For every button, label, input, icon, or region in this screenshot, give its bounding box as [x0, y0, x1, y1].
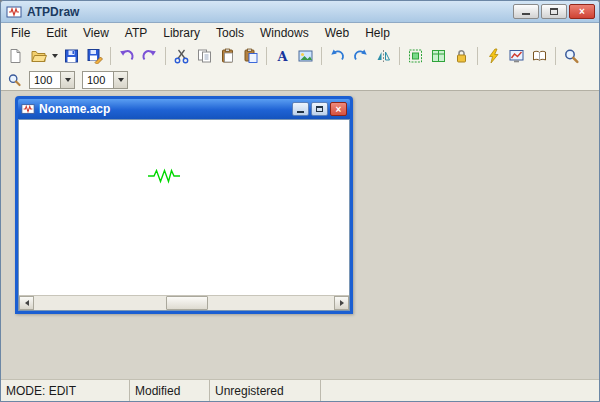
titlebar[interactable]: ATPDraw ×	[1, 1, 599, 23]
paste-button[interactable]	[216, 45, 239, 67]
menu-tools[interactable]: Tools	[208, 24, 252, 42]
document-icon	[21, 102, 35, 116]
redo-icon	[141, 48, 158, 64]
status-registration: Unregistered	[210, 380, 321, 401]
document-window-controls: ×	[292, 102, 347, 116]
toolbar-separator	[555, 47, 556, 65]
status-modified-text: Modified	[135, 384, 180, 398]
cut-button[interactable]	[170, 45, 193, 67]
save-as-button[interactable]	[83, 45, 106, 67]
duplicate-icon	[242, 48, 259, 64]
lock-button[interactable]	[450, 45, 473, 67]
open-folder-icon	[30, 48, 47, 64]
scrollbar-track[interactable]	[34, 296, 334, 310]
document-maximize-button[interactable]	[311, 102, 328, 116]
magnifier-icon	[7, 73, 22, 87]
menu-edit[interactable]: Edit	[38, 24, 75, 42]
toolbar-separator	[266, 47, 267, 65]
menu-view[interactable]: View	[75, 24, 117, 42]
scroll-right-button[interactable]	[334, 296, 349, 310]
toolbar-separator	[477, 47, 478, 65]
minimize-icon	[297, 110, 304, 113]
group-window-icon	[430, 48, 447, 64]
open-file-dropdown[interactable]	[50, 45, 60, 67]
close-icon: ×	[336, 104, 342, 115]
text-tool-button[interactable]: A	[271, 45, 294, 67]
document-minimize-button[interactable]	[292, 102, 309, 116]
paste-icon	[219, 48, 236, 64]
menu-help[interactable]: Help	[357, 24, 398, 42]
status-mode-text: MODE: EDIT	[6, 384, 76, 398]
svg-text:A: A	[276, 49, 288, 64]
document-titlebar[interactable]: Noname.acp ×	[18, 99, 350, 119]
zoom-dropdown-button[interactable]	[60, 72, 74, 88]
image-tool-button[interactable]	[294, 45, 317, 67]
group-window-button[interactable]	[427, 45, 450, 67]
help-book-button[interactable]	[528, 45, 551, 67]
run-atp-icon	[485, 48, 502, 64]
open-file-button[interactable]	[27, 45, 50, 67]
new-file-icon	[7, 48, 24, 64]
menu-web[interactable]: Web	[317, 24, 357, 42]
close-icon: ×	[579, 7, 585, 17]
copy-button[interactable]	[193, 45, 216, 67]
rotate-right-button[interactable]	[349, 45, 372, 67]
zoom-tool-button[interactable]	[560, 45, 583, 67]
zoom-select[interactable]: 100	[29, 71, 75, 89]
maximize-icon	[316, 106, 323, 112]
minimize-button[interactable]	[513, 4, 539, 19]
scroll-left-button[interactable]	[19, 296, 34, 310]
compress-icon	[407, 48, 424, 64]
redo-button[interactable]	[138, 45, 161, 67]
text-tool-icon: A	[274, 48, 291, 64]
run-atp-button[interactable]	[482, 45, 505, 67]
statusbar: MODE: EDIT Modified Unregistered	[1, 379, 599, 401]
resistor-icon	[147, 168, 181, 184]
status-mode: MODE: EDIT	[1, 380, 130, 401]
flip-button[interactable]	[372, 45, 395, 67]
arrow-left-icon	[25, 300, 29, 306]
menu-library[interactable]: Library	[155, 24, 208, 42]
resistor-component[interactable]	[147, 168, 181, 188]
undo-icon	[118, 48, 135, 64]
minimize-icon	[522, 12, 530, 15]
document-close-button[interactable]: ×	[330, 102, 347, 116]
atpdraw-window: ATPDraw × File Edit View ATP Library Too…	[0, 0, 600, 402]
zoom-tool-icon	[563, 48, 580, 64]
window-title: ATPDraw	[27, 5, 79, 19]
scrollbar-thumb[interactable]	[166, 296, 208, 310]
menubar: File Edit View ATP Library Tools Windows…	[1, 23, 599, 43]
save-as-icon	[86, 48, 103, 64]
help-book-icon	[531, 48, 548, 64]
grid-select[interactable]: 100	[82, 71, 128, 89]
document-title: Noname.acp	[39, 102, 292, 116]
maximize-button[interactable]	[541, 4, 567, 19]
close-button[interactable]: ×	[569, 4, 595, 19]
grid-dropdown-button[interactable]	[113, 72, 127, 88]
document-body	[18, 119, 350, 311]
menu-file[interactable]: File	[3, 24, 38, 42]
new-file-button[interactable]	[4, 45, 27, 67]
cut-icon	[173, 48, 190, 64]
circuit-canvas[interactable]	[19, 120, 349, 295]
mdi-workspace: Noname.acp ×	[1, 92, 599, 379]
flip-icon	[375, 48, 392, 64]
menu-windows[interactable]: Windows	[252, 24, 317, 42]
compress-button[interactable]	[404, 45, 427, 67]
toolbar-separator	[399, 47, 400, 65]
save-button[interactable]	[60, 45, 83, 67]
status-modified: Modified	[130, 380, 210, 401]
menu-atp[interactable]: ATP	[117, 24, 155, 42]
plot-button[interactable]	[505, 45, 528, 67]
status-registration-text: Unregistered	[215, 384, 284, 398]
zoom-value: 100	[30, 72, 60, 88]
arrow-right-icon	[340, 300, 344, 306]
undo-button[interactable]	[115, 45, 138, 67]
duplicate-button[interactable]	[239, 45, 262, 67]
image-tool-icon	[297, 48, 314, 64]
main-toolbar: A	[1, 43, 599, 69]
rotate-left-button[interactable]	[326, 45, 349, 67]
maximize-icon	[550, 8, 558, 15]
toolbar-separator	[321, 47, 322, 65]
horizontal-scrollbar[interactable]	[19, 295, 349, 310]
